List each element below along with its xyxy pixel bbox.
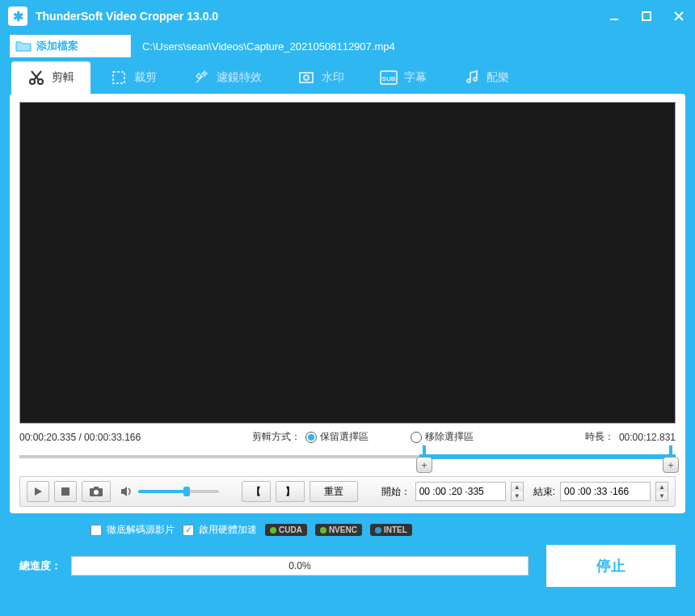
svg-rect-13 bbox=[61, 487, 70, 496]
add-file-label: 添加檔案 bbox=[36, 39, 78, 53]
start-time-spinner[interactable]: ▲▼ bbox=[511, 482, 524, 501]
tab-label: 水印 bbox=[322, 70, 344, 85]
tab-scissors[interactable]: 剪輯 bbox=[11, 61, 91, 94]
tabs: 剪輯裁剪濾鏡特效水印SUB字幕配樂 bbox=[0, 60, 695, 94]
stop-icon bbox=[61, 487, 70, 496]
app-logo-icon: ✱ bbox=[8, 6, 27, 26]
tab-watermark[interactable]: 水印 bbox=[281, 61, 360, 94]
progress-value: 0.0% bbox=[289, 560, 310, 572]
radio-keep-selection[interactable]: 保留選擇區 bbox=[305, 430, 369, 444]
timeline-start-handle[interactable]: ＋ bbox=[419, 445, 429, 468]
fx-icon bbox=[192, 69, 210, 86]
time-display: 00:00:20.335 / 00:00:33.166 bbox=[19, 432, 141, 443]
end-time-input[interactable]: 00 :00 :33 ·166 bbox=[560, 482, 651, 501]
svg-rect-1 bbox=[642, 12, 651, 20]
start-time-input[interactable]: 00 :00 :20 ·335 bbox=[415, 482, 506, 501]
tab-fx[interactable]: 濾鏡特效 bbox=[176, 61, 278, 94]
checkbox-icon bbox=[91, 525, 102, 536]
timeline-selection bbox=[419, 454, 676, 459]
remove-label: 移除選擇區 bbox=[425, 430, 474, 444]
plus-icon: ＋ bbox=[663, 457, 679, 473]
svg-point-15 bbox=[94, 490, 99, 495]
progress-bar: 0.0% bbox=[71, 556, 529, 576]
svg-text:SUB: SUB bbox=[382, 75, 396, 82]
title-bar: ✱ ThunderSoft Video Cropper 13.0.0 bbox=[0, 0, 695, 32]
folder-icon bbox=[11, 36, 36, 57]
tab-label: 剪輯 bbox=[52, 70, 74, 85]
gpu-badge-nvenc: NVENC bbox=[315, 524, 362, 536]
hw-accel-checkbox[interactable]: ✓ 啟用硬體加速 bbox=[183, 523, 257, 537]
duration-label: 時長： bbox=[585, 430, 614, 444]
current-time: 00:00:20.335 bbox=[19, 432, 76, 443]
maximize-button[interactable] bbox=[630, 0, 663, 32]
tab-label: 配樂 bbox=[486, 70, 509, 85]
tab-crop[interactable]: 裁剪 bbox=[94, 61, 173, 94]
svg-rect-8 bbox=[113, 72, 124, 83]
plus-icon: ＋ bbox=[416, 457, 432, 473]
stop-playback-button[interactable] bbox=[54, 481, 77, 502]
tab-label: 濾鏡特效 bbox=[217, 70, 262, 85]
maximize-icon bbox=[641, 11, 652, 22]
snapshot-button[interactable] bbox=[82, 481, 111, 502]
bottom-options: 徹底解碼源影片 ✓ 啟用硬體加速 CUDA NVENC INTEL bbox=[0, 523, 695, 537]
close-icon bbox=[673, 11, 684, 22]
keep-label: 保留選擇區 bbox=[320, 430, 369, 444]
tab-music[interactable]: 配樂 bbox=[446, 61, 525, 94]
file-path: C:\Users\sean\Videos\Capture_20210508112… bbox=[142, 40, 395, 53]
reset-button[interactable]: 重置 bbox=[310, 481, 358, 502]
checkbox-icon: ✓ bbox=[183, 525, 194, 536]
window-buttons bbox=[598, 0, 695, 32]
spinner-down-icon[interactable]: ▼ bbox=[512, 492, 523, 500]
volume-control[interactable] bbox=[120, 486, 219, 497]
svg-rect-9 bbox=[300, 73, 313, 82]
radio-dot-icon bbox=[411, 432, 422, 443]
music-icon bbox=[462, 69, 480, 86]
end-label: 結束: bbox=[533, 485, 555, 499]
watermark-icon bbox=[297, 69, 315, 86]
spinner-up-icon[interactable]: ▲ bbox=[512, 483, 523, 492]
controls-bar: 【 】 重置 開始： 00 :00 :20 ·335 ▲▼ 結束: 00 :00… bbox=[19, 476, 676, 507]
video-preview[interactable] bbox=[19, 102, 676, 424]
work-area: 00:00:20.335 / 00:00:33.166 剪輯方式： 保留選擇區 … bbox=[10, 94, 685, 513]
volume-slider[interactable] bbox=[138, 490, 219, 493]
spinner-up-icon[interactable]: ▲ bbox=[656, 483, 668, 492]
app-title: ThunderSoft Video Cropper 13.0.0 bbox=[36, 10, 218, 23]
volume-icon bbox=[120, 486, 133, 497]
gpu-badge-cuda: CUDA bbox=[265, 524, 307, 536]
deep-decode-checkbox[interactable]: 徹底解碼源影片 bbox=[91, 523, 175, 537]
app-window: ✱ ThunderSoft Video Cropper 13.0.0 添加檔案 … bbox=[0, 0, 695, 616]
progress-row: 總進度： 0.0% 停止 bbox=[0, 545, 695, 587]
start-label: 開始： bbox=[381, 485, 411, 499]
tab-subtitle[interactable]: SUB字幕 bbox=[364, 61, 443, 94]
stop-button[interactable]: 停止 bbox=[546, 545, 676, 587]
scissors-icon bbox=[27, 69, 45, 86]
radio-dot-icon bbox=[305, 432, 317, 443]
file-bar: 添加檔案 C:\Users\sean\Videos\Capture_202105… bbox=[0, 32, 695, 60]
radio-remove-selection[interactable]: 移除選擇區 bbox=[411, 430, 474, 444]
minimize-button[interactable] bbox=[598, 0, 630, 32]
mark-in-button[interactable]: 【 bbox=[242, 481, 271, 502]
minimize-icon bbox=[609, 11, 620, 22]
camera-icon bbox=[90, 487, 103, 496]
svg-point-10 bbox=[304, 75, 309, 80]
crop-icon bbox=[110, 69, 128, 86]
tab-label: 裁剪 bbox=[134, 70, 157, 85]
info-row: 00:00:20.335 / 00:00:33.166 剪輯方式： 保留選擇區 … bbox=[19, 430, 676, 444]
gpu-badge-intel: INTEL bbox=[370, 524, 412, 536]
play-icon bbox=[33, 487, 43, 496]
end-time-spinner[interactable]: ▲▼ bbox=[655, 482, 668, 501]
progress-label: 總進度： bbox=[19, 559, 61, 573]
play-button[interactable] bbox=[27, 481, 49, 502]
trim-mode-label: 剪輯方式： bbox=[252, 430, 301, 444]
total-time: 00:00:33.166 bbox=[84, 432, 141, 443]
duration-value: 00:00:12.831 bbox=[619, 432, 676, 443]
mark-out-button[interactable]: 】 bbox=[276, 481, 305, 502]
timeline-end-handle[interactable]: ＋ bbox=[666, 445, 676, 468]
subtitle-icon: SUB bbox=[380, 69, 398, 86]
timeline[interactable]: ＋ ＋ bbox=[19, 447, 676, 466]
spinner-down-icon[interactable]: ▼ bbox=[656, 492, 668, 500]
tab-label: 字幕 bbox=[404, 70, 427, 85]
add-file-button[interactable]: 添加檔案 bbox=[10, 35, 131, 57]
close-button[interactable] bbox=[663, 0, 695, 32]
deep-decode-label: 徹底解碼源影片 bbox=[107, 523, 175, 537]
